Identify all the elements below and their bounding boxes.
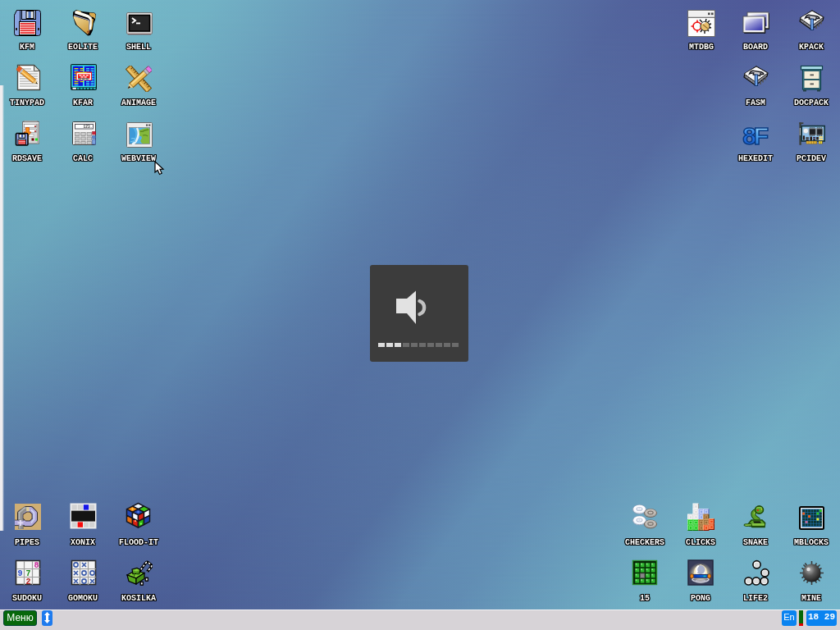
svg-text:8: 8 <box>34 561 39 570</box>
svg-text:123.: 123. <box>83 125 92 129</box>
svg-text:2: 2 <box>25 578 30 586</box>
svg-text:F: F <box>754 122 769 148</box>
svg-text:9: 9 <box>17 569 22 578</box>
